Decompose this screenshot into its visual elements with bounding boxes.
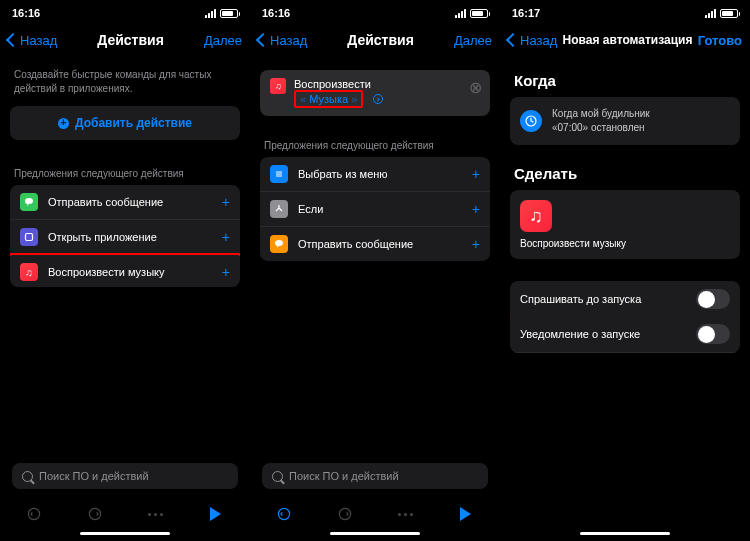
redo-button[interactable] [335, 504, 355, 524]
clock-icon [520, 110, 542, 132]
undo-button[interactable] [274, 504, 294, 524]
status-time: 16:16 [262, 7, 290, 19]
done-button[interactable]: Готово [698, 33, 742, 48]
play-button[interactable] [206, 504, 226, 524]
signal-icon [705, 9, 716, 18]
battery-icon [720, 9, 738, 18]
plus-icon: + [472, 236, 480, 252]
music-icon: ♫ [270, 78, 286, 94]
status-indicators [205, 9, 238, 18]
do-label: Воспроизвести музыку [520, 238, 730, 249]
bottom-toolbar [10, 493, 240, 529]
if-icon [270, 200, 288, 218]
open-app-icon [20, 228, 38, 246]
suggestion-if[interactable]: Если + [260, 192, 490, 227]
search-field[interactable]: Поиск ПО и действий [262, 463, 488, 489]
svg-rect-0 [26, 234, 33, 241]
close-icon[interactable]: ⊗ [469, 78, 482, 97]
svg-point-3 [278, 508, 289, 519]
next-button[interactable]: Далее [454, 33, 492, 48]
battery-icon [220, 9, 238, 18]
toggle-label: Спрашивать до запуска [520, 293, 641, 305]
signal-icon [455, 9, 466, 18]
bottom-toolbar [260, 493, 490, 529]
status-bar: 16:16 [250, 0, 500, 22]
when-card[interactable]: Когда мой будильник«07:00» остановлен [510, 97, 740, 145]
row-label: Открыть приложение [48, 231, 222, 243]
toggle-label: Уведомление о запуске [520, 328, 640, 340]
undo-button[interactable] [24, 504, 44, 524]
ask-before-run-toggle[interactable] [696, 289, 730, 309]
ask-before-run-row[interactable]: Спрашивать до запуска [510, 281, 740, 318]
add-action-button[interactable]: + Добавить действие [10, 106, 240, 140]
do-card[interactable]: ♫ Воспроизвести музыку [510, 190, 740, 259]
notify-on-run-row[interactable]: Уведомление о запуске [510, 316, 740, 353]
svg-point-1 [28, 508, 39, 519]
when-header: Когда [510, 62, 740, 97]
battery-icon [470, 9, 488, 18]
next-button[interactable]: Далее [204, 33, 242, 48]
music-icon: ♫ [20, 263, 38, 281]
row-label: Выбрать из меню [298, 168, 472, 180]
status-indicators [705, 9, 738, 18]
more-button[interactable] [145, 504, 165, 524]
nav-bar: Назад Действия Далее [0, 22, 250, 62]
back-button[interactable]: Назад [8, 33, 57, 48]
messages-icon [20, 193, 38, 211]
chevron-left-icon [256, 33, 270, 47]
search-icon [22, 471, 33, 482]
back-button[interactable]: Назад [258, 33, 307, 48]
suggestion-send-message[interactable]: Отправить сообщение + [260, 227, 490, 261]
status-bar: 16:17 [500, 0, 750, 22]
more-button[interactable] [395, 504, 415, 524]
chevron-circle-icon[interactable] [373, 94, 383, 104]
suggestions-list: Отправить сообщение + Открыть приложение… [10, 185, 240, 287]
action-card-play[interactable]: ♫ Воспроизвести « Музыка » ⊗ [260, 70, 490, 116]
play-icon [210, 507, 221, 521]
home-indicator[interactable] [330, 532, 420, 535]
toggle-group: Спрашивать до запуска Уведомление о запу… [510, 281, 740, 353]
suggestions-header: Предложения следующего действия [260, 134, 490, 157]
signal-icon [205, 9, 216, 18]
home-indicator[interactable] [580, 532, 670, 535]
nav-bar: Назад Новая автоматизация Готово [500, 22, 750, 62]
status-bar: 16:16 [0, 0, 250, 22]
suggestion-play-music[interactable]: ♫ Воспроизвести музыку + [10, 253, 240, 287]
search-placeholder: Поиск ПО и действий [289, 470, 399, 482]
intro-text: Создавайте быстрые команды для частых де… [10, 62, 240, 106]
suggestion-choose-menu[interactable]: Выбрать из меню + [260, 157, 490, 192]
action-card-title: Воспроизвести [294, 78, 480, 90]
music-icon: ♫ [520, 200, 552, 232]
back-label: Назад [20, 33, 57, 48]
menu-icon [270, 165, 288, 183]
back-button[interactable]: Назад [508, 33, 557, 48]
svg-point-2 [89, 508, 100, 519]
play-button[interactable] [456, 504, 476, 524]
status-time: 16:17 [512, 7, 540, 19]
screen-2-action-config: 16:16 Назад Действия Далее ♫ Воспроизвес… [250, 0, 500, 541]
chevron-left-icon [506, 33, 520, 47]
chevron-left-icon [6, 33, 20, 47]
redo-button[interactable] [85, 504, 105, 524]
screen-3-automation: 16:17 Назад Новая автоматизация Готово К… [500, 0, 750, 541]
add-action-label: Добавить действие [75, 116, 192, 130]
screen-1-actions: 16:16 Назад Действия Далее Создавайте бы… [0, 0, 250, 541]
plus-circle-icon: + [58, 118, 69, 129]
notify-on-run-toggle[interactable] [696, 324, 730, 344]
status-indicators [455, 9, 488, 18]
row-label: Воспроизвести музыку [48, 266, 222, 278]
suggestions-header: Предложения следующего действия [10, 162, 240, 185]
page-title: Действия [307, 32, 454, 48]
search-field[interactable]: Поиск ПО и действий [12, 463, 238, 489]
play-icon [460, 507, 471, 521]
row-label: Отправить сообщение [48, 196, 222, 208]
row-label: Отправить сообщение [298, 238, 472, 250]
suggestion-send-message[interactable]: Отправить сообщение + [10, 185, 240, 220]
messages-icon [270, 235, 288, 253]
search-icon [272, 471, 283, 482]
back-label: Назад [270, 33, 307, 48]
home-indicator[interactable] [80, 532, 170, 535]
music-param-pill[interactable]: « Музыка » [294, 90, 363, 108]
page-title: Новая автоматизация [557, 33, 698, 47]
suggestion-open-app[interactable]: Открыть приложение + [10, 220, 240, 255]
